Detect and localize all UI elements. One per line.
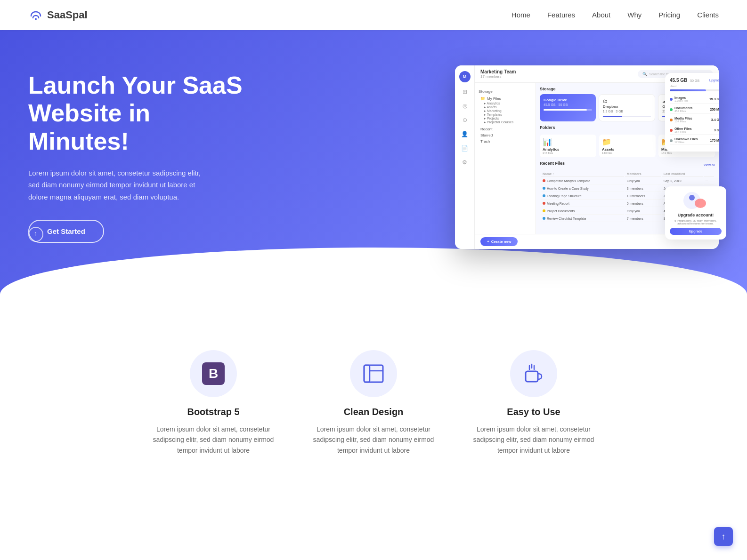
sidebar-icon-1: ⊞ [460,87,470,96]
table-row: Competitor Analysis Template Only you Se… [541,178,714,184]
feature-clean-design: Clean Design Lorem ipsum dolor sit amet,… [308,350,439,456]
dropbox-card: 🗂 Dropbox 1.2 GB 3 GB [599,94,656,121]
svg-point-2 [695,199,706,208]
svg-point-3 [689,195,695,200]
sidebar-icon-4: 👤 [460,129,470,139]
feature-bootstrap: B Bootstrap 5 Lorem ipsum dolor sit amet… [147,350,279,456]
coffee-icon [522,362,545,385]
storage-progress-bar [670,89,719,91]
easy-to-use-icon-circle [510,350,557,397]
nav-about[interactable]: About [592,11,610,19]
sidebar-icon-2: ◎ [460,101,470,111]
upgrade-button[interactable]: Upgrade [670,228,722,235]
layout-icon [362,362,385,385]
storage-item: Other Files 154 Files 3 GB [670,126,719,135]
nav-why[interactable]: Why [627,11,641,19]
my-files-item[interactable]: 📁 My Files [479,96,532,102]
nav-sub-templates: ▸ Templates [479,113,532,117]
col-actions [704,171,714,177]
hero-content: Launch Your SaaS Website in Minutes! Lor… [28,72,254,243]
search-icon: 🔍 [642,72,647,76]
recent-files-header: Recent Files View all [540,161,715,168]
clean-design-icon-circle [350,350,397,397]
bootstrap-desc: Lorem ipsum dolor sit amet, consetetur s… [147,424,279,456]
sidebar-avatar: M [459,71,471,82]
upgrade-desc: 5 integrations, 30 team members, advance… [670,219,722,225]
col-name: Name ↑ [541,171,624,177]
app-sidebar: M ⊞ ◎ ⊙ 👤 📄 ⚙ [455,65,475,249]
sidebar-icon-3: ⊙ [460,115,470,125]
nav-sub-assets: ▸ Assets [479,105,532,109]
file-nav: Storage 📁 My Files ▸ Analytics ▸ Assets … [475,83,536,234]
bootstrap-icon: B [202,362,225,385]
svg-rect-5 [364,365,370,382]
features-grid: B Bootstrap 5 Lorem ipsum dolor sit amet… [28,350,719,456]
sidebar-icon-6: ⚙ [460,158,470,167]
feature-easy-to-use: Easy to Use Lorem ipsum dolor sit amet, … [468,350,600,456]
starred-item[interactable]: Starred [479,132,532,138]
folders-title: Folders [540,125,555,130]
recent-item[interactable]: Recent [479,126,532,132]
nav-features[interactable]: Features [547,11,575,19]
team-members: 17 members [480,74,516,79]
team-info: Marketing Team 17 members [480,69,516,79]
clean-design-desc: Lorem ipsum dolor sit amet, consetetur s… [308,424,439,456]
upgrade-illustration [682,191,710,210]
nav-sub-projector: ▸ Projector Courses [479,120,532,124]
hero-description: Lorem ipsum dolor sit amet, consetetur s… [28,167,207,203]
bootstrap-title: Bootstrap 5 [187,407,239,417]
upgrade-card: Upgrade account! 5 integrations, 30 team… [665,186,726,240]
create-new-button[interactable]: + Create new [480,237,518,246]
bootstrap-icon-circle: B [190,350,237,397]
sidebar-icon-5: 📄 [460,144,470,153]
svg-point-0 [35,18,37,20]
storage-item: Unknown Files 17 Files 175 MB [670,136,719,145]
logo[interactable]: SaaSpal [28,8,88,23]
hero-section: Launch Your SaaS Website in Minutes! Lor… [0,30,747,303]
trash-item[interactable]: Trash [479,138,532,144]
features-section: B Bootstrap 5 Lorem ipsum dolor sit amet… [0,303,747,474]
col-modified: Last modified [662,171,703,177]
team-name: Marketing Team [480,69,516,74]
hero-page-indicator: 1 [28,227,43,242]
col-members: Members [625,171,661,177]
easy-to-use-desc: Lorem ipsum dolor sit amet, consetetur s… [468,424,600,456]
navbar: SaaSpal Home Features About Why Pricing … [0,0,747,30]
hero-screenshot: M ⊞ ◎ ⊙ 👤 📄 ⚙ Marketing Team 17 members … [254,65,719,249]
easy-to-use-title: Easy to Use [507,407,560,417]
storage-item: Documents 454 Files 256 MB [670,105,719,114]
nav-sub-marketing: ▸ Marketing [479,109,532,113]
storage-label: Storage [479,89,532,94]
storage-item: Images 1,758 Files 15.3 GB [670,95,719,104]
logo-text: SaaSpal [47,9,88,21]
svg-rect-7 [526,371,538,382]
storage-panel: 45.5 GB 50 GB Upgrade Used Images 1,758 … [665,73,719,152]
recent-files-title: Recent Files [540,161,565,166]
view-all-files[interactable]: View all [704,163,715,167]
storage-item: Media Files 154 Files 3.4 GB [670,116,719,124]
upgrade-title: Upgrade account! [670,213,722,217]
analytics-folder[interactable]: 📊 Analytics 345 files [540,135,596,157]
storage-items-list: Images 1,758 Files 15.3 GB Documents 454… [670,95,719,145]
hero-title: Launch Your SaaS Website in Minutes! [28,72,254,156]
logo-icon [28,8,43,23]
nav-pricing[interactable]: Pricing [658,11,680,19]
nav-clients[interactable]: Clients [697,11,719,19]
assets-folder[interactable]: 📁 Assets 143 files [599,135,656,157]
nav-home[interactable]: Home [512,11,530,19]
nav-sub-projects: ▸ Projects [479,117,532,120]
clean-design-title: Clean Design [344,407,404,417]
nav-sub-analytics: ▸ Analytics [479,102,532,105]
svg-rect-4 [364,365,383,382]
nav-links: Home Features About Why Pricing Clients [512,11,719,19]
google-drive-card: Google Drive 45.5 GB 50 GB [540,94,596,121]
folder-icon: 📁 [480,96,485,101]
